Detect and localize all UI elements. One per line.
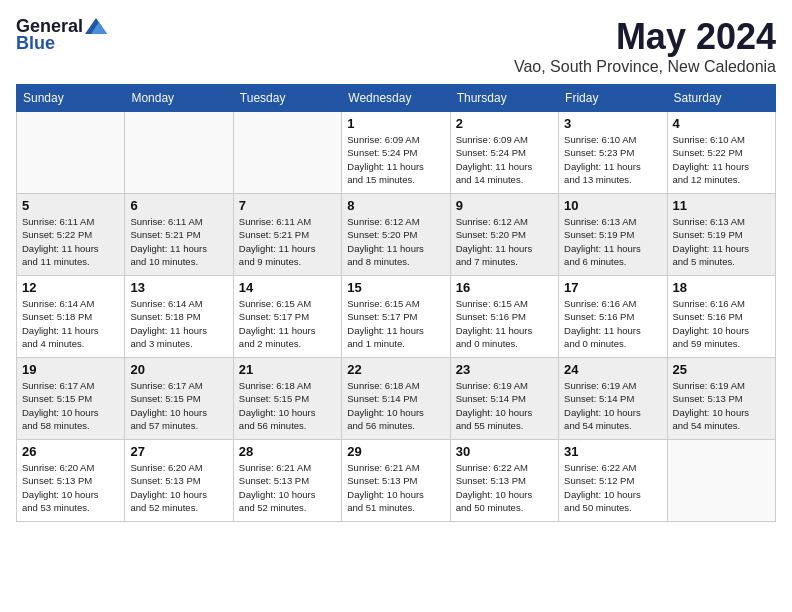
table-row: 1Sunrise: 6:09 AM Sunset: 5:24 PM Daylig… bbox=[342, 112, 450, 194]
table-row: 13Sunrise: 6:14 AM Sunset: 5:18 PM Dayli… bbox=[125, 276, 233, 358]
table-row bbox=[233, 112, 341, 194]
day-info: Sunrise: 6:22 AM Sunset: 5:12 PM Dayligh… bbox=[564, 461, 661, 514]
day-info: Sunrise: 6:09 AM Sunset: 5:24 PM Dayligh… bbox=[347, 133, 444, 186]
col-tuesday: Tuesday bbox=[233, 85, 341, 112]
table-row: 10Sunrise: 6:13 AM Sunset: 5:19 PM Dayli… bbox=[559, 194, 667, 276]
day-info: Sunrise: 6:13 AM Sunset: 5:19 PM Dayligh… bbox=[564, 215, 661, 268]
table-row: 11Sunrise: 6:13 AM Sunset: 5:19 PM Dayli… bbox=[667, 194, 775, 276]
day-info: Sunrise: 6:15 AM Sunset: 5:17 PM Dayligh… bbox=[239, 297, 336, 350]
calendar-week-row: 26Sunrise: 6:20 AM Sunset: 5:13 PM Dayli… bbox=[17, 440, 776, 522]
table-row: 14Sunrise: 6:15 AM Sunset: 5:17 PM Dayli… bbox=[233, 276, 341, 358]
day-number: 16 bbox=[456, 280, 553, 295]
table-row: 17Sunrise: 6:16 AM Sunset: 5:16 PM Dayli… bbox=[559, 276, 667, 358]
day-info: Sunrise: 6:19 AM Sunset: 5:13 PM Dayligh… bbox=[673, 379, 770, 432]
day-info: Sunrise: 6:19 AM Sunset: 5:14 PM Dayligh… bbox=[456, 379, 553, 432]
col-saturday: Saturday bbox=[667, 85, 775, 112]
day-info: Sunrise: 6:22 AM Sunset: 5:13 PM Dayligh… bbox=[456, 461, 553, 514]
calendar-header-row: Sunday Monday Tuesday Wednesday Thursday… bbox=[17, 85, 776, 112]
day-number: 1 bbox=[347, 116, 444, 131]
day-info: Sunrise: 6:16 AM Sunset: 5:16 PM Dayligh… bbox=[564, 297, 661, 350]
day-number: 29 bbox=[347, 444, 444, 459]
day-number: 28 bbox=[239, 444, 336, 459]
table-row: 31Sunrise: 6:22 AM Sunset: 5:12 PM Dayli… bbox=[559, 440, 667, 522]
day-info: Sunrise: 6:21 AM Sunset: 5:13 PM Dayligh… bbox=[239, 461, 336, 514]
table-row: 7Sunrise: 6:11 AM Sunset: 5:21 PM Daylig… bbox=[233, 194, 341, 276]
day-number: 18 bbox=[673, 280, 770, 295]
table-row: 24Sunrise: 6:19 AM Sunset: 5:14 PM Dayli… bbox=[559, 358, 667, 440]
table-row bbox=[17, 112, 125, 194]
day-number: 20 bbox=[130, 362, 227, 377]
day-info: Sunrise: 6:11 AM Sunset: 5:21 PM Dayligh… bbox=[239, 215, 336, 268]
table-row: 29Sunrise: 6:21 AM Sunset: 5:13 PM Dayli… bbox=[342, 440, 450, 522]
day-info: Sunrise: 6:11 AM Sunset: 5:21 PM Dayligh… bbox=[130, 215, 227, 268]
page-header: General Blue May 2024 Vao, South Provinc… bbox=[16, 16, 776, 76]
day-number: 14 bbox=[239, 280, 336, 295]
table-row: 30Sunrise: 6:22 AM Sunset: 5:13 PM Dayli… bbox=[450, 440, 558, 522]
day-number: 24 bbox=[564, 362, 661, 377]
day-number: 3 bbox=[564, 116, 661, 131]
day-number: 12 bbox=[22, 280, 119, 295]
day-number: 9 bbox=[456, 198, 553, 213]
calendar-week-row: 5Sunrise: 6:11 AM Sunset: 5:22 PM Daylig… bbox=[17, 194, 776, 276]
day-number: 17 bbox=[564, 280, 661, 295]
table-row bbox=[667, 440, 775, 522]
logo-blue: Blue bbox=[16, 33, 55, 54]
table-row: 26Sunrise: 6:20 AM Sunset: 5:13 PM Dayli… bbox=[17, 440, 125, 522]
logo: General Blue bbox=[16, 16, 107, 54]
day-number: 6 bbox=[130, 198, 227, 213]
day-number: 30 bbox=[456, 444, 553, 459]
col-monday: Monday bbox=[125, 85, 233, 112]
day-info: Sunrise: 6:10 AM Sunset: 5:23 PM Dayligh… bbox=[564, 133, 661, 186]
day-info: Sunrise: 6:16 AM Sunset: 5:16 PM Dayligh… bbox=[673, 297, 770, 350]
day-info: Sunrise: 6:15 AM Sunset: 5:17 PM Dayligh… bbox=[347, 297, 444, 350]
table-row: 2Sunrise: 6:09 AM Sunset: 5:24 PM Daylig… bbox=[450, 112, 558, 194]
calendar-week-row: 19Sunrise: 6:17 AM Sunset: 5:15 PM Dayli… bbox=[17, 358, 776, 440]
day-info: Sunrise: 6:12 AM Sunset: 5:20 PM Dayligh… bbox=[347, 215, 444, 268]
table-row: 21Sunrise: 6:18 AM Sunset: 5:15 PM Dayli… bbox=[233, 358, 341, 440]
title-section: May 2024 Vao, South Province, New Caledo… bbox=[514, 16, 776, 76]
day-number: 22 bbox=[347, 362, 444, 377]
day-number: 15 bbox=[347, 280, 444, 295]
table-row: 20Sunrise: 6:17 AM Sunset: 5:15 PM Dayli… bbox=[125, 358, 233, 440]
day-info: Sunrise: 6:18 AM Sunset: 5:14 PM Dayligh… bbox=[347, 379, 444, 432]
table-row: 16Sunrise: 6:15 AM Sunset: 5:16 PM Dayli… bbox=[450, 276, 558, 358]
day-number: 5 bbox=[22, 198, 119, 213]
table-row: 4Sunrise: 6:10 AM Sunset: 5:22 PM Daylig… bbox=[667, 112, 775, 194]
day-number: 23 bbox=[456, 362, 553, 377]
table-row: 5Sunrise: 6:11 AM Sunset: 5:22 PM Daylig… bbox=[17, 194, 125, 276]
table-row: 9Sunrise: 6:12 AM Sunset: 5:20 PM Daylig… bbox=[450, 194, 558, 276]
month-year: May 2024 bbox=[514, 16, 776, 58]
day-number: 31 bbox=[564, 444, 661, 459]
logo-icon bbox=[85, 18, 107, 34]
calendar-table: Sunday Monday Tuesday Wednesday Thursday… bbox=[16, 84, 776, 522]
table-row: 8Sunrise: 6:12 AM Sunset: 5:20 PM Daylig… bbox=[342, 194, 450, 276]
day-number: 8 bbox=[347, 198, 444, 213]
day-number: 11 bbox=[673, 198, 770, 213]
table-row: 3Sunrise: 6:10 AM Sunset: 5:23 PM Daylig… bbox=[559, 112, 667, 194]
table-row: 18Sunrise: 6:16 AM Sunset: 5:16 PM Dayli… bbox=[667, 276, 775, 358]
table-row: 28Sunrise: 6:21 AM Sunset: 5:13 PM Dayli… bbox=[233, 440, 341, 522]
day-info: Sunrise: 6:17 AM Sunset: 5:15 PM Dayligh… bbox=[130, 379, 227, 432]
day-info: Sunrise: 6:21 AM Sunset: 5:13 PM Dayligh… bbox=[347, 461, 444, 514]
day-info: Sunrise: 6:20 AM Sunset: 5:13 PM Dayligh… bbox=[22, 461, 119, 514]
day-info: Sunrise: 6:09 AM Sunset: 5:24 PM Dayligh… bbox=[456, 133, 553, 186]
day-number: 27 bbox=[130, 444, 227, 459]
day-number: 21 bbox=[239, 362, 336, 377]
table-row: 23Sunrise: 6:19 AM Sunset: 5:14 PM Dayli… bbox=[450, 358, 558, 440]
calendar-week-row: 1Sunrise: 6:09 AM Sunset: 5:24 PM Daylig… bbox=[17, 112, 776, 194]
table-row: 22Sunrise: 6:18 AM Sunset: 5:14 PM Dayli… bbox=[342, 358, 450, 440]
table-row: 19Sunrise: 6:17 AM Sunset: 5:15 PM Dayli… bbox=[17, 358, 125, 440]
day-info: Sunrise: 6:18 AM Sunset: 5:15 PM Dayligh… bbox=[239, 379, 336, 432]
day-number: 7 bbox=[239, 198, 336, 213]
day-number: 4 bbox=[673, 116, 770, 131]
day-number: 2 bbox=[456, 116, 553, 131]
day-number: 19 bbox=[22, 362, 119, 377]
table-row: 27Sunrise: 6:20 AM Sunset: 5:13 PM Dayli… bbox=[125, 440, 233, 522]
table-row: 12Sunrise: 6:14 AM Sunset: 5:18 PM Dayli… bbox=[17, 276, 125, 358]
day-info: Sunrise: 6:20 AM Sunset: 5:13 PM Dayligh… bbox=[130, 461, 227, 514]
location: Vao, South Province, New Caledonia bbox=[514, 58, 776, 76]
table-row: 6Sunrise: 6:11 AM Sunset: 5:21 PM Daylig… bbox=[125, 194, 233, 276]
day-info: Sunrise: 6:12 AM Sunset: 5:20 PM Dayligh… bbox=[456, 215, 553, 268]
col-thursday: Thursday bbox=[450, 85, 558, 112]
day-number: 10 bbox=[564, 198, 661, 213]
